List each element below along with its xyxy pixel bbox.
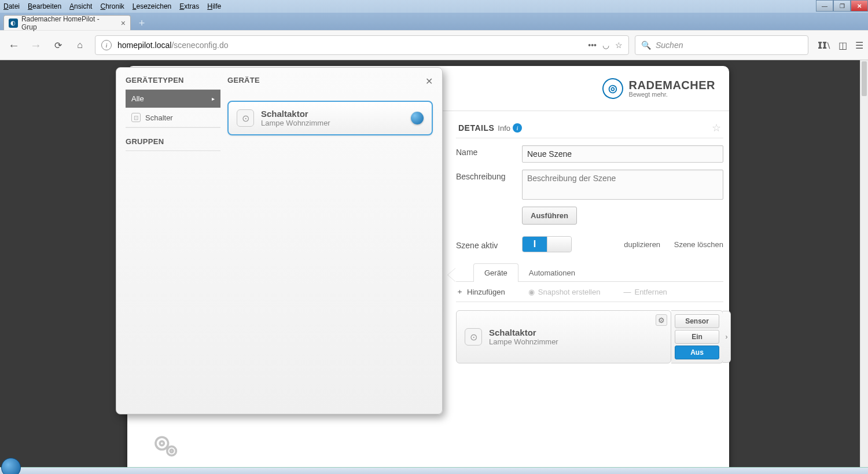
label-scene-active: Szene aktiv bbox=[456, 238, 522, 250]
maximize-button[interactable]: ❐ bbox=[833, 0, 851, 12]
browser-tab-active[interactable]: ◐ Rademacher HomePilot - Grup × bbox=[3, 15, 131, 30]
duplicate-link[interactable]: duplizieren bbox=[624, 240, 660, 249]
option-aus[interactable]: Aus bbox=[675, 346, 719, 359]
scene-device-card: ⚙ ⊙ Schaltaktor Lampe Wohnzimmer Sensor … bbox=[456, 310, 723, 363]
remove-device-button[interactable]: —Entfernen bbox=[623, 286, 667, 297]
device-location: Lampe Wohnzimmer bbox=[489, 337, 558, 346]
device-type-list: Alle▸ ⊡Schalter bbox=[126, 89, 220, 128]
switch-icon: ⊡ bbox=[131, 113, 141, 122]
tab-pointer-icon bbox=[448, 268, 456, 282]
tab-title: Rademacher HomePilot - Grup bbox=[21, 15, 116, 31]
device-actionbar: ＋Hinzufügen ◉Snapshot erstellen —Entfern… bbox=[456, 282, 723, 302]
url-bar[interactable]: i homepilot.local/sceneconfig.do ••• ◡ ☆ bbox=[95, 35, 629, 55]
plus-icon: ＋ bbox=[456, 286, 464, 297]
chevron-right-icon: ▸ bbox=[212, 95, 215, 102]
start-button[interactable] bbox=[1, 458, 21, 474]
search-placeholder: Suchen bbox=[656, 41, 683, 50]
heading-gruppen: GRUPPEN bbox=[126, 137, 220, 146]
snapshot-button[interactable]: ◉Snapshot erstellen bbox=[528, 286, 601, 297]
add-device-button[interactable]: ＋Hinzufügen bbox=[456, 286, 505, 297]
scene-description-input[interactable] bbox=[522, 170, 723, 200]
detail-tabs: Geräte Automationen bbox=[456, 263, 723, 282]
svg-point-0 bbox=[156, 437, 168, 450]
menu-hamburger-icon[interactable]: ☰ bbox=[855, 40, 863, 51]
plug-icon: ⊙ bbox=[237, 109, 254, 127]
minus-icon: — bbox=[623, 288, 631, 296]
svg-point-2 bbox=[167, 446, 176, 455]
option-sensor[interactable]: Sensor bbox=[675, 314, 719, 328]
brand-name: RADEMACHER bbox=[629, 79, 715, 92]
menu-chronik[interactable]: Chronik bbox=[100, 2, 124, 10]
svg-point-1 bbox=[160, 441, 164, 445]
new-tab-button[interactable]: + bbox=[134, 17, 149, 30]
reload-button[interactable]: ⟳ bbox=[49, 36, 67, 54]
details-panel: DETAILS Info i ☆ Name Beschreibung Ausfü… bbox=[456, 118, 723, 363]
device-state-options: Sensor Ein Aus › bbox=[671, 310, 723, 363]
favorite-star-icon[interactable]: ☆ bbox=[712, 122, 721, 134]
browser-menubar: Datei Bearbeiten Ansicht Chronik Lesezei… bbox=[0, 0, 868, 13]
page-actions-icon[interactable]: ••• bbox=[588, 41, 597, 50]
pocket-icon[interactable]: ◡ bbox=[602, 41, 609, 50]
info-icon[interactable]: i bbox=[513, 123, 522, 133]
url-host: homepilot.local bbox=[117, 41, 171, 50]
favicon-icon: ◐ bbox=[9, 19, 18, 28]
category-alle[interactable]: Alle▸ bbox=[126, 90, 220, 108]
sidebar-icon[interactable]: ◫ bbox=[838, 40, 847, 51]
tab-devices[interactable]: Geräte bbox=[473, 263, 518, 282]
os-taskbar[interactable] bbox=[0, 467, 868, 474]
device-picker-popup: ✕ GERÄTETYPEN Alle▸ ⊡Schalter GRUPPEN GE… bbox=[116, 67, 443, 414]
delete-scene-link[interactable]: Szene löschen bbox=[674, 240, 723, 249]
label-name: Name bbox=[456, 145, 522, 157]
category-schalter[interactable]: ⊡Schalter bbox=[126, 108, 220, 127]
brand-logo-icon: ◎ bbox=[601, 76, 625, 101]
tile-device-location: Lampe Wohnzimmer bbox=[261, 119, 330, 127]
site-info-icon[interactable]: i bbox=[101, 40, 112, 50]
heading-geraete: GERÄTE bbox=[227, 76, 433, 84]
camera-icon: ◉ bbox=[528, 288, 535, 296]
execute-button[interactable]: Ausführen bbox=[522, 207, 577, 225]
back-button[interactable]: ← bbox=[5, 36, 23, 54]
search-icon: 🔍 bbox=[641, 41, 651, 50]
browser-tabstrip: ◐ Rademacher HomePilot - Grup × + bbox=[0, 13, 868, 30]
scrollbar-thumb[interactable] bbox=[862, 61, 867, 96]
heading-geraetetypen: GERÄTETYPEN bbox=[126, 76, 220, 84]
details-info-label: Info bbox=[498, 124, 510, 133]
status-indicator-icon bbox=[411, 112, 424, 124]
close-window-button[interactable]: ✕ bbox=[851, 0, 868, 12]
tab-close-button[interactable]: × bbox=[121, 19, 126, 28]
device-name: Schaltaktor bbox=[489, 328, 558, 337]
scene-active-toggle[interactable]: I bbox=[522, 236, 572, 252]
gears-icon bbox=[140, 427, 192, 467]
label-description: Beschreibung bbox=[456, 170, 522, 181]
plug-icon: ⊙ bbox=[465, 328, 482, 346]
brand: ◎ RADEMACHER Bewegt mehr. bbox=[602, 78, 715, 99]
menu-bearbeiten[interactable]: Bearbeiten bbox=[28, 2, 61, 10]
library-icon[interactable]: 𝗜𝗜⧵ bbox=[818, 40, 830, 51]
scene-name-input[interactable] bbox=[522, 145, 723, 163]
menu-hilfe[interactable]: Hilfe bbox=[207, 2, 221, 10]
svg-point-3 bbox=[170, 450, 173, 453]
tab-automations[interactable]: Automationen bbox=[518, 263, 586, 282]
bookmark-star-icon[interactable]: ☆ bbox=[615, 41, 623, 50]
minimize-button[interactable]: — bbox=[816, 0, 833, 12]
details-title: DETAILS bbox=[458, 123, 494, 133]
browser-toolbar: ← → ⟳ ⌂ i homepilot.local/sceneconfig.do… bbox=[0, 30, 868, 60]
device-tile-schaltaktor[interactable]: ⊙ Schaltaktor Lampe Wohnzimmer bbox=[227, 101, 433, 135]
device-card-body[interactable]: ⚙ ⊙ Schaltaktor Lampe Wohnzimmer bbox=[456, 310, 671, 363]
device-settings-gear-icon[interactable]: ⚙ bbox=[656, 314, 667, 326]
tile-device-name: Schaltaktor bbox=[261, 109, 330, 119]
menu-lesezeichen[interactable]: Lesezeichen bbox=[133, 2, 171, 10]
menu-extras[interactable]: Extras bbox=[179, 2, 199, 10]
search-bar[interactable]: 🔍 Suchen bbox=[635, 35, 808, 55]
details-header: DETAILS Info i ☆ bbox=[456, 118, 723, 138]
expand-handle[interactable]: › bbox=[723, 311, 731, 363]
forward-button[interactable]: → bbox=[27, 36, 45, 54]
option-ein[interactable]: Ein bbox=[675, 330, 719, 344]
toggle-on-indicator: I bbox=[523, 237, 547, 252]
toggle-knob bbox=[547, 237, 571, 252]
menu-datei[interactable]: Datei bbox=[3, 2, 20, 10]
home-button[interactable]: ⌂ bbox=[71, 36, 89, 54]
window-controls: — ❐ ✕ bbox=[816, 0, 868, 12]
page-scrollbar[interactable] bbox=[860, 60, 868, 474]
menu-ansicht[interactable]: Ansicht bbox=[69, 2, 92, 10]
